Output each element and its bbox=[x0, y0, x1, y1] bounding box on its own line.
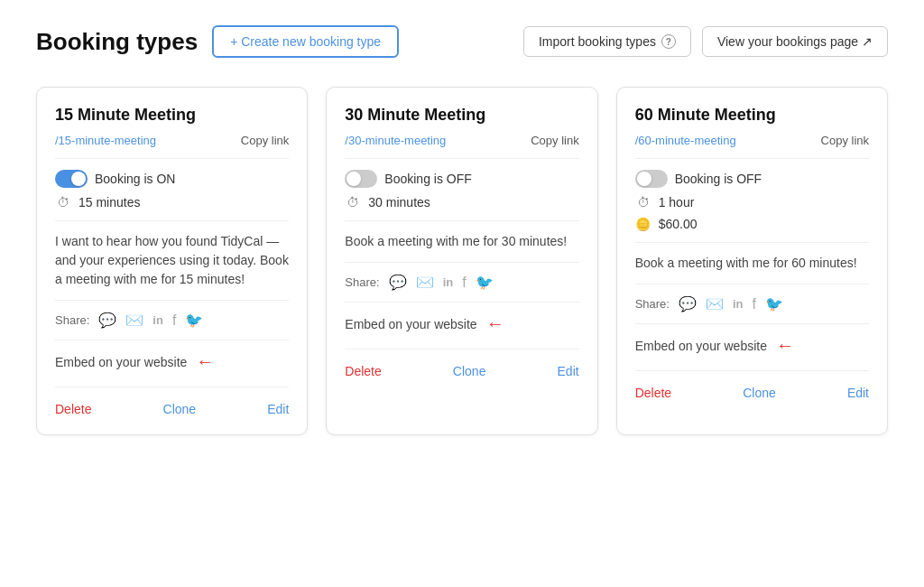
clock-icon-3: ⏱ bbox=[635, 195, 651, 210]
chat-icon-1[interactable]: 💬 bbox=[98, 312, 116, 329]
email-icon-1[interactable]: ✉️ bbox=[125, 312, 143, 329]
chat-icon-2[interactable]: 💬 bbox=[389, 274, 407, 291]
email-icon-3[interactable]: ✉️ bbox=[706, 295, 724, 312]
share-label-1: Share: bbox=[55, 313, 89, 327]
share-row-1: Share: 💬 ✉️ in f 🐦 bbox=[55, 312, 289, 340]
linkedin-icon-2[interactable]: in bbox=[443, 275, 454, 289]
booking-status-label-1: Booking is ON bbox=[95, 172, 175, 186]
duration-label-1: 15 minutes bbox=[79, 195, 140, 210]
booking-status-row-1: Booking is ON bbox=[55, 170, 289, 188]
card-slug-2[interactable]: /30-minute-meeting bbox=[345, 134, 446, 147]
cards-grid: 15 Minute Meeting /15-minute-meeting Cop… bbox=[36, 87, 888, 435]
chat-icon-3[interactable]: 💬 bbox=[679, 295, 697, 312]
facebook-icon-1[interactable]: f bbox=[172, 312, 176, 329]
price-label-3: $60.00 bbox=[659, 217, 698, 231]
linkedin-icon-1[interactable]: in bbox=[152, 313, 163, 327]
delete-button-2[interactable]: Delete bbox=[345, 364, 381, 378]
share-label-2: Share: bbox=[345, 275, 379, 289]
booking-status-label-3: Booking is OFF bbox=[675, 172, 762, 186]
clock-icon-2: ⏱ bbox=[345, 195, 361, 210]
embed-row-2[interactable]: Embed on your website ← bbox=[345, 313, 578, 349]
create-booking-type-button[interactable]: + Create new booking type bbox=[212, 25, 399, 58]
card-description-1: I want to hear how you found TidyCal — a… bbox=[55, 232, 289, 301]
linkedin-icon-3[interactable]: in bbox=[733, 297, 744, 311]
edit-button-3[interactable]: Edit bbox=[847, 386, 869, 400]
delete-button-1[interactable]: Delete bbox=[55, 402, 91, 416]
card-actions-3: Delete Clone Edit bbox=[635, 386, 869, 400]
card-link-row-3: /60-minute-meeting Copy link bbox=[635, 134, 869, 159]
card-description-3: Book a meeting with me for 60 minutes! bbox=[635, 254, 869, 284]
page-title: Booking types bbox=[36, 28, 198, 56]
embed-label-3: Embed on your website bbox=[635, 339, 767, 353]
share-row-2: Share: 💬 ✉️ in f 🐦 bbox=[345, 274, 578, 303]
email-icon-2[interactable]: ✉️ bbox=[416, 274, 434, 291]
booking-card-2: 30 Minute Meeting /30-minute-meeting Cop… bbox=[326, 87, 597, 435]
embed-arrow-icon-3: ← bbox=[776, 335, 794, 356]
card-title-2: 30 Minute Meeting bbox=[345, 106, 578, 125]
duration-row-3: ⏱ 1 hour bbox=[635, 195, 869, 210]
booking-toggle-2[interactable] bbox=[345, 170, 377, 188]
booking-card-3: 60 Minute Meeting /60-minute-meeting Cop… bbox=[616, 87, 888, 435]
embed-label-1: Embed on your website bbox=[55, 355, 187, 369]
header-left: Booking types + Create new booking type bbox=[36, 25, 399, 58]
booking-status-row-3: Booking is OFF bbox=[635, 170, 869, 188]
edit-button-2[interactable]: Edit bbox=[558, 364, 579, 378]
card-meta-3: Booking is OFF ⏱ 1 hour 🪙 $60.00 bbox=[635, 170, 869, 243]
card-meta-2: Booking is OFF ⏱ 30 minutes bbox=[345, 170, 578, 221]
share-row-3: Share: 💬 ✉️ in f 🐦 bbox=[635, 295, 869, 324]
embed-arrow-icon-2: ← bbox=[486, 313, 504, 334]
clone-button-2[interactable]: Clone bbox=[453, 364, 486, 378]
clone-button-1[interactable]: Clone bbox=[163, 402, 197, 416]
card-link-row-2: /30-minute-meeting Copy link bbox=[345, 134, 578, 159]
card-link-row-1: /15-minute-meeting Copy link bbox=[55, 134, 289, 159]
twitter-icon-3[interactable]: 🐦 bbox=[765, 295, 783, 312]
duration-label-3: 1 hour bbox=[659, 195, 695, 210]
edit-button-1[interactable]: Edit bbox=[267, 402, 289, 416]
duration-row-1: ⏱ 15 minutes bbox=[55, 195, 289, 210]
duration-label-2: 30 minutes bbox=[368, 195, 430, 210]
twitter-icon-2[interactable]: 🐦 bbox=[476, 274, 494, 291]
help-icon: ? bbox=[661, 34, 676, 49]
card-description-2: Book a meeting with me for 30 minutes! bbox=[345, 232, 578, 263]
booking-status-label-2: Booking is OFF bbox=[384, 172, 471, 186]
card-title-1: 15 Minute Meeting bbox=[55, 106, 289, 125]
card-meta-1: Booking is ON ⏱ 15 minutes bbox=[55, 170, 289, 221]
twitter-icon-1[interactable]: 🐦 bbox=[185, 312, 203, 329]
card-slug-1[interactable]: /15-minute-meeting bbox=[55, 134, 156, 147]
copy-link-2[interactable]: Copy link bbox=[531, 134, 578, 147]
share-label-3: Share: bbox=[635, 297, 670, 311]
page-header: Booking types + Create new booking type … bbox=[36, 25, 888, 58]
card-actions-2: Delete Clone Edit bbox=[345, 364, 578, 378]
clone-button-3[interactable]: Clone bbox=[743, 386, 776, 400]
clock-icon-1: ⏱ bbox=[55, 195, 71, 210]
price-icon-3: 🪙 bbox=[635, 217, 651, 231]
embed-arrow-icon-1: ← bbox=[196, 351, 214, 372]
card-actions-1: Delete Clone Edit bbox=[55, 402, 289, 416]
card-slug-3[interactable]: /60-minute-meeting bbox=[635, 134, 736, 147]
facebook-icon-3[interactable]: f bbox=[753, 296, 756, 312]
booking-toggle-1[interactable] bbox=[55, 170, 88, 188]
embed-row-3[interactable]: Embed on your website ← bbox=[635, 335, 869, 371]
card-title-3: 60 Minute Meeting bbox=[635, 106, 869, 125]
view-bookings-page-button[interactable]: View your bookings page ↗ bbox=[702, 26, 888, 57]
copy-link-3[interactable]: Copy link bbox=[821, 134, 869, 147]
header-right: Import booking types ? View your booking… bbox=[523, 26, 888, 57]
duration-row-2: ⏱ 30 minutes bbox=[345, 195, 578, 210]
embed-label-2: Embed on your website bbox=[345, 317, 476, 331]
delete-button-3[interactable]: Delete bbox=[635, 386, 671, 400]
copy-link-1[interactable]: Copy link bbox=[241, 134, 289, 147]
booking-status-row-2: Booking is OFF bbox=[345, 170, 578, 188]
facebook-icon-2[interactable]: f bbox=[462, 275, 466, 291]
price-row-3: 🪙 $60.00 bbox=[635, 217, 869, 231]
embed-row-1[interactable]: Embed on your website ← bbox=[55, 351, 289, 387]
booking-toggle-3[interactable] bbox=[635, 170, 668, 188]
booking-card-1: 15 Minute Meeting /15-minute-meeting Cop… bbox=[36, 87, 308, 435]
import-booking-types-button[interactable]: Import booking types ? bbox=[523, 26, 691, 57]
